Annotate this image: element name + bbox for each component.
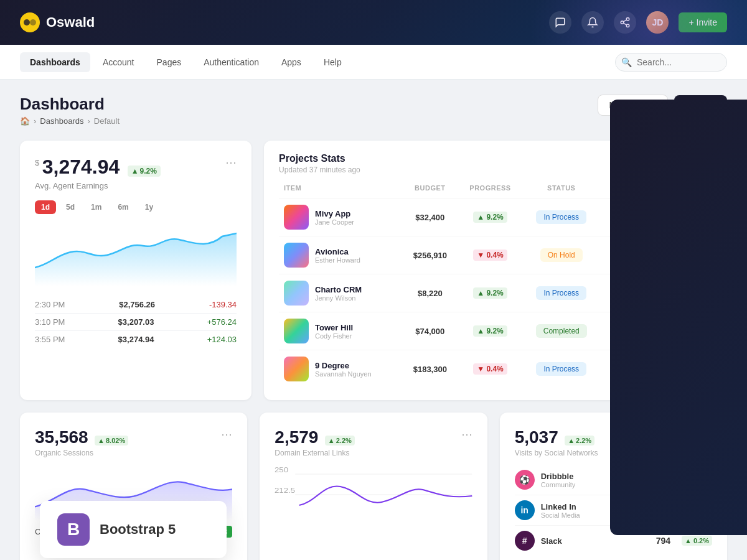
- time-filter-1m[interactable]: 1m: [85, 200, 108, 214]
- earnings-currency-symbol: $: [35, 158, 39, 167]
- breadcrumb: 🏠 › Dashboards › Default: [20, 116, 120, 126]
- svg-line-7: [624, 20, 627, 22]
- svg-point-4: [621, 21, 624, 24]
- project-thumb-3: [284, 319, 309, 343]
- organic-sessions-card: ⋯ 35,568 ▲ 8.02% Organic Sessions: [20, 413, 247, 560]
- view-button-3[interactable]: →: [685, 322, 703, 340]
- projects-table: ITEM BUDGET PROGRESS STATUS CHART VIEW M…: [279, 184, 712, 388]
- breadcrumb-default: Default: [94, 116, 120, 126]
- time-filter-1d[interactable]: 1d: [35, 200, 56, 214]
- invite-button[interactable]: + Invite: [679, 12, 727, 32]
- page-title: Dashboard: [20, 95, 120, 114]
- new-project-button[interactable]: New Project: [598, 95, 668, 116]
- project-thumb-2: [284, 281, 309, 306]
- project-thumb-0: [284, 205, 309, 230]
- col-chart: CHART: [600, 184, 676, 198]
- project-item-3: Tower Hill Cody Fisher: [284, 319, 397, 343]
- view-button-2[interactable]: →: [685, 284, 703, 302]
- project-thumb-4: [284, 357, 309, 381]
- time-filter-5d[interactable]: 5d: [60, 200, 81, 214]
- svg-point-2: [30, 19, 36, 26]
- col-status: STATUS: [523, 184, 600, 198]
- earnings-label: Avg. Agent Earnings: [35, 181, 237, 190]
- nav-item-dashboards[interactable]: Dashboards: [20, 52, 90, 72]
- domain-links-card: ⋯ 2,579 ▲ 2.2% Domain External Links 250…: [260, 413, 487, 560]
- view-button-4[interactable]: →: [685, 360, 703, 378]
- domain-links-chart: 250 212.5: [275, 465, 472, 521]
- bootstrap-overlay: B Bootstrap 5: [40, 501, 227, 558]
- svg-text:250: 250: [275, 467, 289, 474]
- breadcrumb-dashboards[interactable]: Dashboards: [40, 116, 83, 126]
- earnings-row-1: 2:30 PM $2,756.26 -139.34: [35, 296, 237, 313]
- avatar[interactable]: JD: [646, 11, 669, 34]
- domain-links-label: Domain External Links: [275, 449, 472, 457]
- col-budget: BUDGET: [402, 184, 458, 198]
- view-button-1[interactable]: →: [685, 246, 703, 264]
- earnings-chart: [35, 224, 237, 286]
- time-filter-1y[interactable]: 1y: [139, 200, 159, 214]
- svg-line-6: [624, 23, 627, 25]
- col-item: ITEM: [279, 184, 402, 198]
- organic-more-button[interactable]: ⋯: [221, 427, 232, 441]
- project-thumb-1: [284, 243, 309, 268]
- project-item-0: Mivy App Jane Cooper: [284, 205, 397, 230]
- project-item-1: Avionica Esther Howard: [284, 243, 397, 268]
- social-number: 5,037: [515, 427, 558, 447]
- organic-sessions-badge: ▲ 8.02%: [95, 436, 128, 446]
- projects-stats-card: Projects Stats Updated 37 minutes ago Hi…: [264, 141, 727, 400]
- projects-subtitle: Updated 37 minutes ago: [279, 166, 360, 174]
- col-progress: PROGRESS: [458, 184, 522, 198]
- social-item-0: ⚽ Dribbble Community 579 ▲ 2.6%: [515, 465, 712, 495]
- svg-point-1: [24, 19, 30, 26]
- reports-button[interactable]: Reports: [674, 95, 727, 115]
- social-more-button[interactable]: ⋯: [701, 427, 712, 441]
- logo-text: Oswald: [46, 14, 95, 30]
- svg-point-5: [627, 24, 630, 27]
- earnings-more-button[interactable]: ⋯: [225, 156, 237, 169]
- domain-more-button[interactable]: ⋯: [461, 427, 472, 441]
- history-button[interactable]: History: [673, 153, 712, 169]
- nav-item-authentication[interactable]: Authentication: [194, 52, 269, 72]
- social-networks-card: ⋯ 5,037 ▲ 2.2% Visits by Social Networks…: [500, 413, 727, 560]
- social-icon-2: #: [515, 531, 535, 551]
- earnings-card: ⋯ $ 3,274.94 ▲ 9.2% Avg. Agent Earnings …: [20, 141, 251, 400]
- earnings-row-3: 3:55 PM $3,274.94 +124.03: [35, 330, 237, 348]
- svg-point-3: [627, 18, 630, 21]
- social-icon-1: in: [515, 500, 535, 520]
- search-icon: 🔍: [621, 57, 632, 67]
- topbar-share-icon[interactable]: [614, 11, 636, 34]
- view-button-0[interactable]: →: [685, 208, 703, 226]
- table-row: Tower Hill Cody Fisher $74,000 ▲ 9.2% Co…: [279, 312, 712, 350]
- nav-item-help[interactable]: Help: [314, 52, 352, 72]
- social-item-1: in Linked In Social Media 1,088 ▼ 0.4%: [515, 495, 712, 525]
- topbar-chat-icon[interactable]: [549, 11, 571, 34]
- organic-sessions-label: Organic Sessions: [35, 449, 232, 457]
- bootstrap-icon: B: [57, 513, 90, 546]
- svg-text:212.5: 212.5: [275, 487, 296, 494]
- table-row: Charto CRM Jenny Wilson $8,220 ▲ 9.2% In…: [279, 274, 712, 312]
- social-label: Visits by Social Networks: [515, 449, 712, 457]
- projects-title: Projects Stats: [279, 153, 360, 164]
- social-badge: ▲ 2.2%: [565, 436, 594, 446]
- nav-item-pages[interactable]: Pages: [147, 52, 192, 72]
- organic-sessions-number: 35,568: [35, 427, 88, 447]
- nav-item-account[interactable]: Account: [93, 52, 144, 72]
- table-row: 9 Degree Savannah Nguyen $183,300 ▼ 0.4%…: [279, 350, 712, 388]
- topbar-bell-icon[interactable]: [581, 11, 604, 34]
- table-row: Avionica Esther Howard $256,910 ▼ 0.4% O…: [279, 236, 712, 274]
- col-view: VIEW: [676, 184, 712, 198]
- project-item-2: Charto CRM Jenny Wilson: [284, 281, 397, 306]
- social-item-2: # Slack 794 ▲ 0.2%: [515, 525, 712, 556]
- earnings-row-2: 3:10 PM $3,207.03 +576.24: [35, 313, 237, 330]
- social-icon-0: ⚽: [515, 470, 535, 490]
- logo-icon: [20, 12, 40, 32]
- breadcrumb-home: 🏠: [20, 116, 30, 126]
- domain-links-number: 2,579: [275, 427, 318, 447]
- time-filter-6m[interactable]: 6m: [111, 200, 134, 214]
- search-input[interactable]: [615, 53, 727, 72]
- earnings-badge: ▲ 9.2%: [128, 166, 161, 177]
- table-row: Mivy App Jane Cooper $32,400 ▲ 9.2% In P…: [279, 198, 712, 236]
- earnings-amount: 3,274.94: [42, 156, 120, 178]
- domain-links-badge: ▲ 2.2%: [325, 436, 355, 446]
- nav-item-apps[interactable]: Apps: [271, 52, 311, 72]
